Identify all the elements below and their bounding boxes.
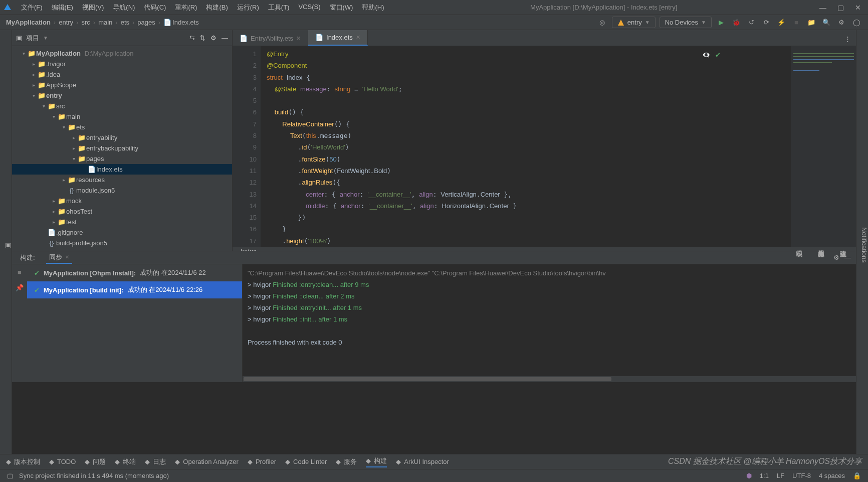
- gear-icon[interactable]: ⚙: [833, 254, 839, 261]
- breadcrumb-item[interactable]: pages: [137, 19, 155, 26]
- build-task[interactable]: ✔MyApplication [build init]: 成功的 在2024/1…: [27, 281, 242, 298]
- footer-tab[interactable]: ◆服务: [336, 457, 357, 466]
- chevron-icon[interactable]: ▾: [60, 124, 67, 130]
- tree-item[interactable]: ▾📁pages: [12, 153, 232, 164]
- coverage-button[interactable]: ↺: [746, 17, 757, 28]
- read-mode-icon[interactable]: 👁‍🗨: [702, 49, 710, 61]
- chevron-icon[interactable]: ▾: [30, 93, 37, 98]
- tree-item[interactable]: ▸📁mock: [12, 196, 232, 206]
- tabs-more-icon[interactable]: ⋮: [839, 32, 856, 46]
- chevron-icon[interactable]: ▸: [60, 177, 67, 183]
- minimize-panel-icon[interactable]: ―: [222, 34, 228, 42]
- chevron-icon[interactable]: ▸: [50, 209, 57, 214]
- editor-tab[interactable]: 📄EntryAbility.ets✕: [233, 31, 308, 46]
- square-icon[interactable]: ▢: [7, 472, 13, 479]
- tree-item[interactable]: ▸📁test: [12, 217, 232, 227]
- chevron-icon[interactable]: ▾: [20, 51, 27, 56]
- menu-item[interactable]: 构建(B): [202, 1, 232, 14]
- open-folder-icon[interactable]: 📁: [806, 17, 817, 28]
- tree-item[interactable]: ▸📁.hvigor: [12, 59, 232, 69]
- menu-item[interactable]: 重构(R): [171, 1, 201, 14]
- close-icon[interactable]: ✕: [356, 34, 360, 41]
- chevron-icon[interactable]: ▸: [30, 61, 37, 67]
- tree-item[interactable]: ▸📁AppScope: [12, 80, 232, 90]
- chevron-icon[interactable]: ▸: [30, 72, 37, 77]
- build-tab-build[interactable]: 构建:: [17, 251, 38, 264]
- breadcrumb-item[interactable]: src: [81, 19, 90, 26]
- menu-item[interactable]: 帮助(H): [358, 1, 388, 14]
- caret-position[interactable]: 1:1: [760, 472, 769, 479]
- footer-tab[interactable]: ◆构建: [366, 456, 387, 467]
- tree-item[interactable]: 📄Index.ets: [12, 164, 232, 175]
- pin-icon[interactable]: 📌: [16, 284, 24, 291]
- restart-icon[interactable]: ■: [18, 268, 22, 276]
- footer-tab[interactable]: ◆终端: [115, 457, 136, 466]
- gear-icon[interactable]: ⚙: [210, 34, 216, 42]
- chevron-icon[interactable]: ▾: [70, 156, 77, 162]
- tree-item[interactable]: ▸📁.idea: [12, 69, 232, 80]
- build-task-list[interactable]: ✔MyApplication [Ohpm Install]: 成功的 在2024…: [27, 264, 243, 382]
- minimap[interactable]: [791, 46, 856, 247]
- chevron-icon[interactable]: ▸: [50, 198, 57, 204]
- menu-item[interactable]: 代码(C): [140, 1, 170, 14]
- locate-icon[interactable]: ◎: [597, 17, 608, 28]
- close-icon[interactable]: ✕: [65, 254, 69, 260]
- footer-tab[interactable]: ◆ArkUI Inspector: [396, 458, 449, 465]
- lock-icon[interactable]: 🔒: [853, 472, 861, 479]
- run-config-dropdown[interactable]: entry ▼: [612, 17, 656, 28]
- tree-item[interactable]: ▸📁entrybackupability: [12, 143, 232, 153]
- chevron-icon[interactable]: ▸: [70, 135, 77, 140]
- footer-tab[interactable]: ◆版本控制: [6, 457, 40, 466]
- tree-item[interactable]: ▾📁src: [12, 101, 232, 111]
- menu-item[interactable]: 运行(R): [233, 1, 263, 14]
- breadcrumb-item[interactable]: MyApplication: [6, 19, 51, 26]
- tree-item[interactable]: ▾📁main: [12, 111, 232, 122]
- chevron-icon[interactable]: ▸: [50, 219, 57, 225]
- breadcrumb-item[interactable]: main: [98, 19, 112, 26]
- menu-item[interactable]: 导航(N): [109, 1, 139, 14]
- line-separator[interactable]: LF: [777, 472, 784, 479]
- debug-button[interactable]: 🐞: [731, 17, 742, 28]
- menu-item[interactable]: 文件(F): [17, 1, 47, 14]
- search-everywhere-icon[interactable]: 🔍: [821, 17, 832, 28]
- chevron-icon[interactable]: ▸: [70, 145, 77, 151]
- project-tool-icon[interactable]: ▣: [4, 241, 12, 249]
- menu-item[interactable]: VCS(S): [294, 1, 324, 14]
- build-task[interactable]: ✔MyApplication [Ohpm Install]: 成功的 在2024…: [27, 264, 242, 281]
- footer-tab[interactable]: ◆Operation Analyzer: [175, 458, 239, 465]
- collapse-icon[interactable]: ⇅: [200, 34, 205, 42]
- menu-item[interactable]: 窗口(W): [326, 1, 357, 14]
- tree-item[interactable]: ▸📁ohosTest: [12, 206, 232, 217]
- editor-tab[interactable]: 📄Index.ets✕: [308, 30, 368, 46]
- breadcrumb-item[interactable]: ets: [121, 19, 129, 26]
- code-area[interactable]: 👁‍🗨 ✔ @Entry @Component struct Index { @…: [261, 46, 791, 247]
- tree-item[interactable]: ▾📁ets: [12, 122, 232, 132]
- tree-item[interactable]: {}build-profile.json5: [12, 238, 232, 248]
- maximize-button[interactable]: ▢: [837, 4, 844, 12]
- chevron-icon[interactable]: ▾: [50, 114, 57, 119]
- tree-item[interactable]: ▾📁entry: [12, 90, 232, 101]
- chevron-icon[interactable]: ▸: [30, 82, 37, 88]
- run-button[interactable]: ▶: [716, 17, 727, 28]
- breadcrumb-item[interactable]: Index.ets: [172, 19, 199, 26]
- footer-tab[interactable]: ◆日志: [145, 457, 166, 466]
- encoding[interactable]: UTF-8: [792, 472, 811, 479]
- footer-tab[interactable]: ◆TODO: [49, 458, 76, 465]
- tree-item[interactable]: ▸📁resources: [12, 175, 232, 185]
- close-icon[interactable]: ✕: [296, 35, 301, 42]
- footer-tab[interactable]: ◆问题: [85, 457, 106, 466]
- indent[interactable]: 4 spaces: [819, 472, 845, 479]
- menu-item[interactable]: 编辑(E): [48, 1, 77, 14]
- tree-item[interactable]: ▸📁entryability: [12, 132, 232, 143]
- account-icon[interactable]: ◯: [851, 17, 862, 28]
- tree-item[interactable]: ▾📁MyApplicationD:\MyApplication: [12, 48, 232, 59]
- stop-button[interactable]: ■: [791, 17, 802, 28]
- device-dropdown[interactable]: No Devices ▼: [660, 17, 712, 28]
- menu-item[interactable]: 视图(V): [78, 1, 108, 14]
- chevron-icon[interactable]: ▾: [40, 103, 47, 109]
- project-tree[interactable]: ▾📁MyApplicationD:\MyApplication▸📁.hvigor…: [12, 46, 232, 251]
- minimize-panel-icon[interactable]: ―: [844, 254, 851, 261]
- chevron-down-icon[interactable]: ▼: [43, 35, 48, 41]
- breadcrumb-item[interactable]: entry: [59, 19, 73, 26]
- footer-tab[interactable]: ◆Profiler: [248, 458, 276, 465]
